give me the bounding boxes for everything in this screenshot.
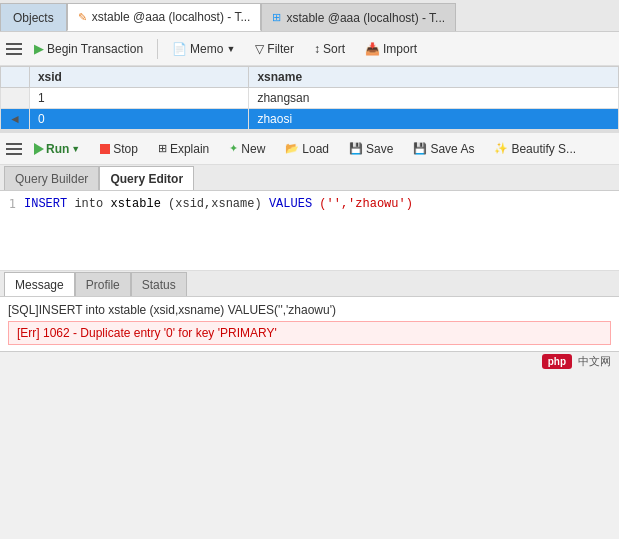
- filter-icon: ▽: [255, 42, 264, 56]
- cell-xsname-2[interactable]: zhaosi: [249, 109, 619, 130]
- memo-dropdown-icon: ▼: [226, 44, 235, 54]
- message-content: [SQL]INSERT into xstable (xsid,xsname) V…: [0, 297, 619, 351]
- row-indicator-2: [1, 109, 30, 130]
- run-dropdown-icon: ▼: [71, 144, 80, 154]
- sql-table-name: xstable: [110, 197, 160, 211]
- message-error: [Err] 1062 - Duplicate entry '0' for key…: [8, 321, 611, 345]
- indicator-col-header: [1, 67, 30, 88]
- import-icon: 📥: [365, 42, 380, 56]
- table-row[interactable]: 1 zhangsan: [1, 88, 619, 109]
- stop-button[interactable]: Stop: [92, 139, 146, 159]
- query-tabs: Query Builder Query Editor: [0, 165, 619, 191]
- tab-query-builder[interactable]: Query Builder: [4, 166, 99, 190]
- objects-tab-label: Objects: [13, 11, 54, 25]
- tab2-icon: ⊞: [272, 11, 281, 24]
- load-button[interactable]: 📂 Load: [277, 139, 337, 159]
- cell-xsid-2[interactable]: 0: [29, 109, 249, 130]
- main-toolbar: ▶ Begin Transaction 📄 Memo ▼ ▽ Filter ↕ …: [0, 32, 619, 66]
- query-toolbar: Run ▼ Stop ⊞ Explain ✦ New 📂 Load 💾 Save…: [0, 131, 619, 165]
- table-header-row: xsid xsname: [1, 67, 619, 88]
- tab-message[interactable]: Message: [4, 272, 75, 296]
- tab1-icon: ✎: [78, 11, 87, 24]
- save-button[interactable]: 💾 Save: [341, 139, 401, 159]
- separator-1: [157, 39, 158, 59]
- sql-content-1: INSERT into xstable (xsid,xsname) VALUES…: [24, 197, 413, 211]
- message-tabs: Message Profile Status: [0, 271, 619, 297]
- save-as-button[interactable]: 💾 Save As: [405, 139, 482, 159]
- load-icon: 📂: [285, 142, 299, 155]
- save-as-icon: 💾: [413, 142, 427, 155]
- sql-line-1: 1 INSERT into xstable (xsid,xsname) VALU…: [0, 197, 619, 211]
- memo-button[interactable]: 📄 Memo ▼: [164, 39, 243, 59]
- bottom-bar: php 中文网: [0, 351, 619, 371]
- import-button[interactable]: 📥 Import: [357, 39, 425, 59]
- sql-editor[interactable]: 1 INSERT into xstable (xsid,xsname) VALU…: [0, 191, 619, 271]
- memo-icon: 📄: [172, 42, 187, 56]
- site-name: 中文网: [578, 354, 611, 369]
- tab-status[interactable]: Status: [131, 272, 187, 296]
- sort-icon: ↕: [314, 42, 320, 56]
- tab-1[interactable]: ✎ xstable @aaa (localhost) - T...: [67, 3, 262, 31]
- data-table: xsid xsname 1 zhangsan 0 zhaosi: [0, 66, 619, 130]
- hamburger-menu[interactable]: [6, 43, 22, 55]
- play-icon: [34, 143, 44, 155]
- cell-xsid-1[interactable]: 1: [29, 88, 249, 109]
- begin-transaction-button[interactable]: ▶ Begin Transaction: [26, 38, 151, 59]
- php-badge: php: [542, 354, 572, 369]
- explain-button[interactable]: ⊞ Explain: [150, 139, 217, 159]
- explain-icon: ⊞: [158, 142, 167, 155]
- col-header-xsid[interactable]: xsid: [29, 67, 249, 88]
- col-header-xsname[interactable]: xsname: [249, 67, 619, 88]
- sql-keyword-values: VALUES: [269, 197, 312, 211]
- tab-query-editor[interactable]: Query Editor: [99, 166, 194, 190]
- beautify-icon: ✨: [494, 142, 508, 155]
- new-icon: ✦: [229, 142, 238, 155]
- save-icon: 💾: [349, 142, 363, 155]
- tab-profile[interactable]: Profile: [75, 272, 131, 296]
- tab2-label: xstable @aaa (localhost) - T...: [286, 11, 445, 25]
- run-button[interactable]: Run ▼: [26, 139, 88, 159]
- filter-button[interactable]: ▽ Filter: [247, 39, 302, 59]
- line-number-1: 1: [4, 197, 24, 211]
- query-hamburger-menu[interactable]: [6, 143, 22, 155]
- sql-keyword-insert: INSERT: [24, 197, 67, 211]
- beautify-button[interactable]: ✨ Beautify S...: [486, 139, 584, 159]
- transaction-icon: ▶: [34, 41, 44, 56]
- table-area: xsid xsname 1 zhangsan 0 zhaosi: [0, 66, 619, 131]
- tab-2[interactable]: ⊞ xstable @aaa (localhost) - T...: [261, 3, 456, 31]
- row-indicator-1: [1, 88, 30, 109]
- message-sql-log: [SQL]INSERT into xstable (xsid,xsname) V…: [8, 303, 611, 317]
- tab1-label: xstable @aaa (localhost) - T...: [92, 10, 251, 24]
- tab-bar: Objects ✎ xstable @aaa (localhost) - T..…: [0, 0, 619, 32]
- stop-icon: [100, 144, 110, 154]
- tab-objects[interactable]: Objects: [0, 3, 67, 31]
- new-button[interactable]: ✦ New: [221, 139, 273, 159]
- cell-xsname-1[interactable]: zhangsan: [249, 88, 619, 109]
- sql-values: ('','zhaowu'): [319, 197, 413, 211]
- table-row-selected[interactable]: 0 zhaosi: [1, 109, 619, 130]
- sort-button[interactable]: ↕ Sort: [306, 39, 353, 59]
